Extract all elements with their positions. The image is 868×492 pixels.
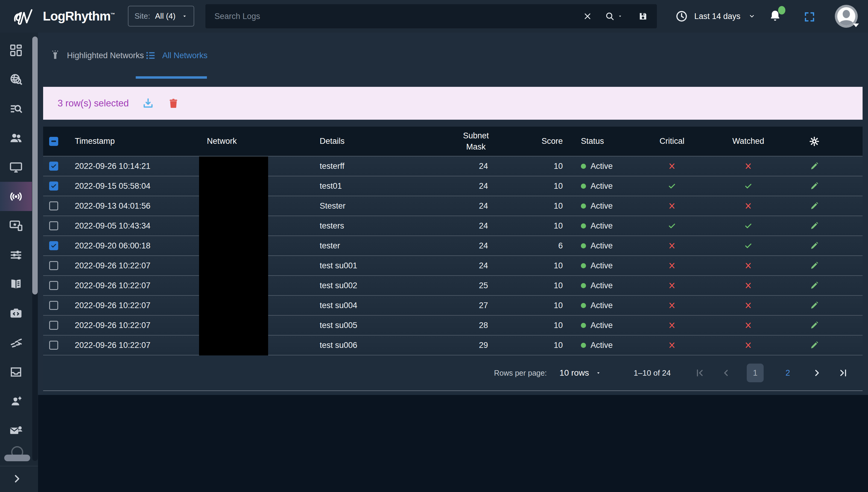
subnet-mask-cell: 24 xyxy=(462,196,489,216)
col-header-critical[interactable]: Critical xyxy=(640,127,704,156)
globe-search-icon xyxy=(9,73,23,87)
tab-all-networks[interactable]: All Networks xyxy=(145,50,208,61)
engineer-icon xyxy=(9,394,23,408)
sidebar-item-monitor[interactable] xyxy=(0,152,32,182)
sidebar xyxy=(0,32,38,492)
watched-cell xyxy=(704,256,793,275)
sidebar-item-knowledge-book[interactable] xyxy=(0,270,32,299)
sidebar-item-log-search[interactable] xyxy=(0,94,32,123)
edit-button[interactable] xyxy=(810,221,819,230)
critical-cell xyxy=(640,276,704,295)
redaction-overlay xyxy=(199,156,268,355)
row-checkbox-cell xyxy=(43,196,64,216)
status-label: Active xyxy=(590,201,613,211)
row-checkbox[interactable] xyxy=(49,201,58,211)
subnet-mask-cell: 25 xyxy=(462,276,489,295)
main-panel: Highlighted Networks All Networks 3 row(… xyxy=(38,32,868,395)
pg-next-icon[interactable] xyxy=(812,368,822,378)
check-icon xyxy=(668,181,676,191)
clock-icon xyxy=(675,10,688,23)
edit-button[interactable] xyxy=(810,300,819,310)
cross-icon xyxy=(668,281,676,290)
timestamp-cell: 2022-09-26 10:22:07 xyxy=(64,256,197,275)
sidebar-footer xyxy=(0,466,38,492)
status-cell: Active xyxy=(564,316,640,335)
status-dot xyxy=(581,283,586,288)
row-checkbox[interactable] xyxy=(49,341,58,350)
selection-count: 3 row(s) selected xyxy=(57,98,129,109)
list-icon xyxy=(145,50,156,61)
sidebar-item-tray[interactable] xyxy=(0,357,32,387)
subnet-mask-cell: 24 xyxy=(462,216,489,236)
edit-button[interactable] xyxy=(810,281,819,290)
cross-icon xyxy=(744,281,753,290)
pg-first-icon[interactable] xyxy=(695,368,705,378)
row-checkbox[interactable] xyxy=(49,162,58,171)
clear-icon[interactable] xyxy=(583,11,592,21)
sidebar-item-deployment-monitor[interactable] xyxy=(0,211,32,240)
sidebar-item-admin-engineer[interactable] xyxy=(0,387,32,416)
col-header-timestamp[interactable]: Timestamp xyxy=(64,127,197,156)
row-checkbox[interactable] xyxy=(49,301,58,310)
search-input[interactable] xyxy=(214,12,583,21)
fullscreen-icon[interactable] xyxy=(803,11,816,23)
col-header-watched[interactable]: Watched xyxy=(704,127,793,156)
page-button-1[interactable]: 1 xyxy=(747,364,764,382)
chevron-right-icon[interactable] xyxy=(11,472,23,485)
save-icon[interactable] xyxy=(638,11,648,21)
score-cell: 10 xyxy=(489,176,564,196)
table-header-row: Timestamp Network Details Subnet Mask Sc… xyxy=(43,127,863,156)
edit-button[interactable] xyxy=(810,241,819,250)
gear-icon[interactable] xyxy=(809,136,820,147)
status-dot xyxy=(581,223,586,228)
row-checkbox[interactable] xyxy=(49,261,58,270)
sidebar-hscrollbar-thumb[interactable] xyxy=(4,454,30,461)
sidebar-item-entity-map[interactable] xyxy=(0,328,32,357)
status-label: Active xyxy=(590,341,613,350)
edit-button[interactable] xyxy=(810,161,819,171)
col-header-subnet-mask[interactable]: Subnet Mask xyxy=(462,127,489,156)
row-checkbox[interactable] xyxy=(49,221,58,230)
sidebar-item-people[interactable] xyxy=(0,123,32,152)
score-cell: 10 xyxy=(489,196,564,216)
row-checkbox[interactable] xyxy=(49,281,58,290)
col-header-status[interactable]: Status xyxy=(564,127,640,156)
pg-prev-icon[interactable] xyxy=(721,368,731,378)
sidebar-scrollbar-thumb[interactable] xyxy=(32,36,38,295)
trash-icon[interactable] xyxy=(167,97,179,109)
status-cell: Active xyxy=(564,296,640,315)
details-cell: testers xyxy=(309,216,462,236)
col-header-score[interactable]: Score xyxy=(489,127,564,156)
col-header-network[interactable]: Network xyxy=(197,127,309,156)
table-row: 2022-09-05 10:43:34testers2410Active xyxy=(43,216,863,236)
sidebar-item-capture-code[interactable] xyxy=(0,299,32,328)
critical-cell xyxy=(640,256,704,275)
download-icon[interactable] xyxy=(141,97,155,110)
edit-button[interactable] xyxy=(810,320,819,330)
sidebar-item-tune-settings[interactable] xyxy=(0,240,32,270)
tab-highlighted-networks[interactable]: Highlighted Networks xyxy=(50,50,144,61)
user-avatar[interactable] xyxy=(835,5,858,28)
edit-button[interactable] xyxy=(810,340,819,350)
row-checkbox[interactable] xyxy=(49,241,58,250)
search-submit[interactable] xyxy=(605,11,623,21)
sidebar-item-threat-search[interactable] xyxy=(0,65,32,94)
edit-button[interactable] xyxy=(810,261,819,270)
edit-button[interactable] xyxy=(810,201,819,211)
time-range-selector[interactable]: Last 14 days xyxy=(675,8,756,25)
actions-cell xyxy=(793,156,863,176)
col-header-details[interactable]: Details xyxy=(309,127,462,156)
rows-per-page-select[interactable]: 10 rows xyxy=(559,368,601,378)
sidebar-item-dashboard[interactable] xyxy=(0,35,32,65)
row-checkbox[interactable] xyxy=(49,321,58,330)
sidebar-item-network-activity[interactable] xyxy=(0,182,32,211)
notifications-button[interactable] xyxy=(769,8,783,24)
site-selector[interactable]: Site: All (4) xyxy=(128,6,194,27)
score-cell: 10 xyxy=(489,256,564,275)
edit-button[interactable] xyxy=(810,181,819,191)
pg-last-icon[interactable] xyxy=(838,368,848,378)
page-button-2[interactable]: 2 xyxy=(779,364,796,382)
sidebar-item-mail-contact[interactable] xyxy=(0,416,32,445)
row-checkbox[interactable] xyxy=(49,181,58,191)
select-all-checkbox[interactable] xyxy=(49,137,58,146)
